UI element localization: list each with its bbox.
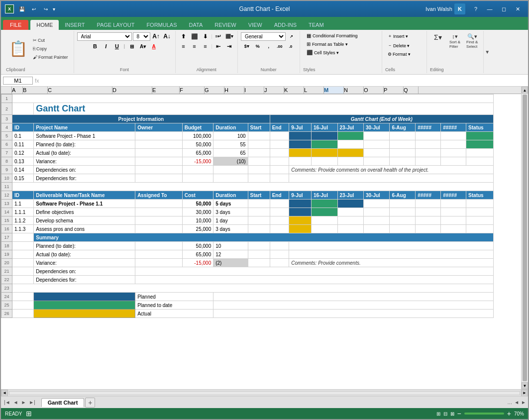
col-header-A[interactable]: A — [12, 87, 23, 94]
border-button[interactable]: ⊞ — [127, 42, 137, 51]
cell-end[interactable] — [270, 157, 289, 166]
gantt-chart-header[interactable]: Gantt Chart (End of Week) — [270, 115, 493, 123]
underline-button[interactable]: U — [112, 42, 122, 51]
scroll-left-tabs[interactable]: ◄ — [514, 400, 519, 405]
col-duration[interactable]: Duration — [213, 123, 248, 132]
cell-id[interactable]: 0.15 — [12, 174, 34, 183]
cell-start[interactable] — [248, 208, 270, 216]
increase-decimal-button[interactable]: .00 — [275, 42, 285, 51]
cell-summary-label[interactable]: Variance: — [34, 259, 135, 267]
tab-last-button[interactable]: ►| — [28, 400, 36, 405]
col-hash1[interactable]: ##### — [416, 123, 441, 132]
cell-end[interactable] — [270, 208, 289, 216]
cell-budget[interactable] — [182, 166, 213, 174]
col-hash2[interactable]: ##### — [441, 123, 466, 132]
zoom-in-button[interactable]: + — [507, 410, 511, 418]
cell-owner[interactable] — [135, 250, 183, 259]
col-30jul[interactable]: 30-Jul — [363, 191, 389, 200]
cell-id[interactable]: 1.1.2 — [12, 216, 34, 225]
cell-duration[interactable]: 12 — [213, 250, 248, 259]
decrease-decimal-button[interactable]: .0 — [286, 42, 296, 51]
empty-row[interactable] — [12, 183, 494, 191]
formula-input[interactable] — [41, 77, 526, 84]
cell-summary-label[interactable]: Planned (to date): — [34, 242, 135, 250]
col-end[interactable]: End — [270, 123, 289, 132]
zoom-slider[interactable] — [464, 413, 504, 415]
cell-name[interactable]: Software Project - Phase 1.1 — [34, 200, 135, 208]
sheet-content[interactable]: A B C D E F G H I J K L M N O P Q — [1, 87, 521, 389]
col-header-F[interactable]: F — [180, 87, 205, 94]
find-select-button[interactable]: 🔍▾ Find &Select — [464, 32, 480, 50]
col-23jul[interactable]: 23-Jul — [337, 191, 363, 200]
cell-id[interactable]: 0.1 — [12, 132, 34, 140]
cell-budget[interactable]: 100,000 — [182, 132, 213, 140]
cell-id[interactable]: 0.11 — [12, 140, 34, 149]
align-top-button[interactable]: ⬆ — [179, 32, 189, 41]
cell-name[interactable]: Software Project - Phase 1 — [34, 132, 135, 140]
sort-filter-button[interactable]: ↕▾ Sort &Filter — [447, 32, 463, 50]
cell-owner[interactable] — [135, 166, 183, 174]
col-hash1[interactable]: ##### — [416, 191, 441, 200]
col-cost[interactable]: Cost — [182, 191, 213, 200]
col-header-M[interactable]: M — [324, 87, 344, 94]
cell-end[interactable] — [270, 140, 289, 149]
tab-page-layout[interactable]: PAGE LAYOUT — [91, 20, 140, 30]
col-30jul[interactable]: 30-Jul — [363, 123, 389, 132]
cell-owner[interactable] — [135, 259, 183, 267]
cell-duration[interactable]: (2) — [213, 259, 248, 267]
insert-button[interactable]: ＋Insert ▾ — [385, 32, 413, 40]
cell-id[interactable]: 0.13 — [12, 157, 34, 166]
col-header-D[interactable]: D — [112, 87, 152, 94]
number-format-select[interactable]: General — [241, 32, 286, 41]
col-header-G[interactable]: G — [205, 87, 224, 94]
cell-name[interactable]: Dependencies on: — [34, 166, 135, 174]
number-expand-button[interactable]: ↗ — [287, 32, 297, 41]
empty-cell[interactable] — [12, 95, 494, 103]
cell-owner[interactable] — [135, 140, 183, 149]
paste-button[interactable]: 📋 — [6, 39, 30, 58]
view-layout-button[interactable]: ⊟ — [443, 411, 447, 417]
cell-cost[interactable]: 30,000 — [182, 208, 213, 216]
col-project-name[interactable]: Project Name — [34, 123, 135, 132]
col-9jul[interactable]: 9-Jul — [289, 123, 312, 132]
tab-addins[interactable]: ADD-INS — [268, 20, 303, 30]
wrap-text-button[interactable]: ≡↵ — [213, 32, 223, 41]
cell-end[interactable] — [270, 166, 289, 174]
cell-start[interactable] — [248, 200, 270, 208]
cell-start[interactable] — [248, 259, 270, 267]
cell-duration[interactable] — [213, 166, 248, 174]
col-16jul[interactable]: 16-Jul — [312, 191, 337, 200]
cut-button[interactable]: ✂Cut — [30, 36, 71, 44]
close-button[interactable]: ✕ — [511, 4, 524, 13]
cell-owner[interactable] — [135, 149, 183, 157]
cell-end[interactable] — [270, 132, 289, 140]
scroll-down-button[interactable]: ▼ — [522, 382, 528, 389]
col-16jul[interactable]: 16-Jul — [312, 123, 337, 132]
col-header-K[interactable]: K — [284, 87, 304, 94]
save-qat-button[interactable]: 💾 — [17, 4, 27, 14]
accounting-button[interactable]: $▾ — [242, 42, 252, 51]
cell-start[interactable] — [248, 242, 270, 250]
summary-header[interactable]: Summary — [34, 233, 494, 242]
qat-dropdown[interactable]: ▾ — [53, 6, 55, 12]
cell-duration[interactable]: 65 — [213, 149, 248, 157]
cell-start[interactable] — [248, 149, 270, 157]
cell-budget[interactable]: -15,000 — [182, 157, 213, 166]
col-assigned[interactable]: Assigned To — [135, 191, 183, 200]
cell-duration[interactable] — [213, 174, 248, 183]
cell-cost[interactable]: 65,000 — [182, 250, 213, 259]
align-left-button[interactable]: ≡ — [179, 42, 189, 51]
format-as-table-button[interactable]: ⊞ Format as Table ▾ — [303, 40, 379, 48]
cell-assigned[interactable] — [135, 200, 183, 208]
sheet-tab-gantt[interactable]: Gantt Chart — [41, 398, 85, 407]
conditional-formatting-button[interactable]: ▦ Conditional Formatting — [303, 32, 379, 39]
align-right-button[interactable]: ≡ — [201, 42, 211, 51]
col-id[interactable]: ID — [12, 123, 34, 132]
autosum-button[interactable]: Σ▾ — [430, 32, 446, 43]
col-header-Q[interactable]: Q — [404, 87, 419, 94]
cell-start[interactable] — [248, 157, 270, 166]
col-status[interactable]: Status — [466, 123, 494, 132]
font-grow-button[interactable]: A↑ — [151, 32, 161, 41]
bold-button[interactable]: B — [90, 42, 100, 51]
name-box[interactable] — [3, 77, 33, 85]
